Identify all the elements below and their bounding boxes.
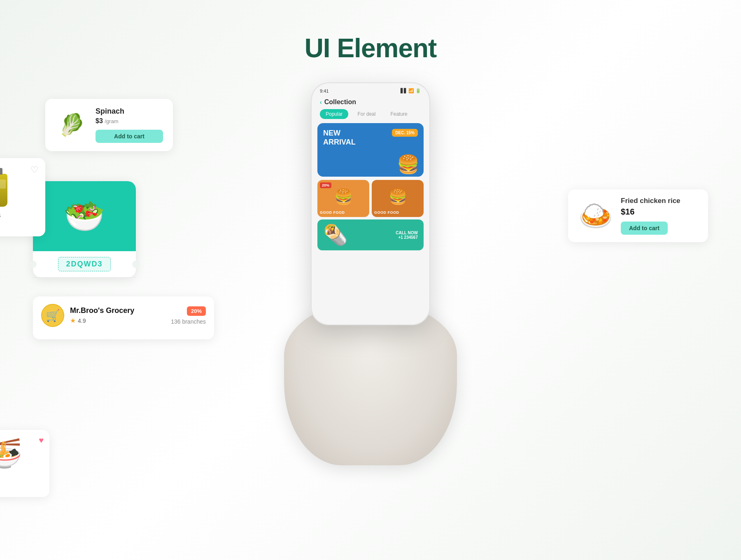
- store-logo: 🛒: [41, 304, 64, 327]
- fried-chicken-rice-card: 🍛 Fried chicken rice $16 Add to cart: [568, 189, 708, 242]
- hand-illustration: [284, 301, 457, 465]
- beef-noodle-card: ♥ 🍜 🥢 Beef noodle $5: [0, 430, 49, 497]
- noodle-favorite-button[interactable]: ♥: [39, 436, 44, 445]
- food-grid: 20% 🍔 GOOD FOOD 🍔 GOOD FOOD: [317, 180, 424, 217]
- phone-frame: 9:41 ▋▋ 📶 🔋 ‹ Collection Popular For dea…: [311, 82, 430, 325]
- beet-burgers-card: ♡ Beet burgers $3: [0, 158, 45, 236]
- spinach-add-to-cart-button[interactable]: Add to cart: [96, 130, 163, 143]
- banner-line1: NEW: [323, 129, 356, 138]
- phone-status-bar: 9:41 ▋▋ 📶 🔋: [315, 88, 426, 97]
- grid-discount-1: 20%: [320, 182, 331, 188]
- store-header: 🛒 Mr.Broo's Grocery ★ 4.9 20% 136 branch…: [41, 304, 206, 327]
- phone-signal-icons: ▋▋ 📶 🔋: [401, 88, 421, 93]
- page-title: UI Element: [0, 0, 741, 63]
- tab-feature[interactable]: Feature: [384, 109, 413, 119]
- promo-food-icon: 🌯: [323, 224, 348, 247]
- branches-count: 136 branches: [171, 318, 206, 325]
- banner-discount-tag: DEC. 15%: [392, 129, 418, 137]
- phone-tabs: Popular For deal Feature: [315, 109, 426, 123]
- beet-favorite-button[interactable]: ♡: [30, 165, 39, 175]
- phone-content: NEW ARRIVAL DEC. 15% 🍔 20% 🍔 GOOD FOOD 🍔…: [315, 123, 426, 250]
- new-arrival-banner: NEW ARRIVAL DEC. 15% 🍔: [317, 123, 424, 177]
- promo-text: CALL NOW +1 234567: [396, 231, 418, 240]
- phone-time: 9:41: [320, 89, 329, 93]
- grid-food-emoji-1: 🍔: [334, 188, 353, 205]
- store-rating: ★ 4.9: [70, 317, 165, 324]
- chicken-price: $16: [621, 207, 699, 217]
- noodle-image: 🍜: [0, 436, 42, 470]
- noodle-name: Beef noodle: [0, 474, 42, 481]
- banner-line2: ARRIVAL: [323, 138, 356, 147]
- coupon-section: 2DQWD3: [33, 251, 136, 278]
- store-name: Mr.Broo's Grocery: [70, 306, 165, 315]
- back-arrow-icon[interactable]: ‹: [320, 99, 322, 105]
- chicken-info: Fried chicken rice $16 Add to cart: [621, 197, 699, 235]
- spinach-product-card: 🥬 Spinach $3 /gram Add to cart: [45, 99, 173, 151]
- chicken-image: 🍛: [577, 199, 614, 232]
- chicken-add-to-cart-button[interactable]: Add to cart: [621, 222, 668, 235]
- spinach-info: Spinach $3 /gram Add to cart: [96, 107, 163, 143]
- grid-label-1: GOOD FOOD: [320, 210, 345, 215]
- chicken-name: Fried chicken rice: [621, 197, 699, 205]
- grid-label-2: GOOD FOOD: [374, 210, 399, 215]
- beet-name: Beet burgers: [0, 212, 37, 219]
- discount-badge: 20%: [187, 306, 206, 316]
- phone-screen-title: Collection: [324, 98, 356, 106]
- tab-popular[interactable]: Popular: [320, 109, 348, 119]
- food-grid-item-2[interactable]: 🍔 GOOD FOOD: [372, 180, 424, 217]
- phone-mockup-container: 9:41 ▋▋ 📶 🔋 ‹ Collection Popular For dea…: [272, 82, 469, 325]
- salad-image: 🥗: [33, 181, 136, 251]
- food-grid-item-1[interactable]: 20% 🍔 GOOD FOOD: [317, 180, 369, 217]
- rating-value: 4.9: [78, 317, 86, 324]
- banner-food-icon: 🍔: [397, 154, 419, 175]
- beet-price: $3: [0, 221, 37, 228]
- spinach-price: $3 /gram: [96, 117, 163, 125]
- tab-for-deal[interactable]: For deal: [352, 109, 381, 119]
- grocery-store-card: 🛒 Mr.Broo's Grocery ★ 4.9 20% 136 branch…: [33, 296, 214, 339]
- beet-image: [0, 166, 19, 208]
- coupon-code[interactable]: 2DQWD3: [58, 257, 110, 271]
- noodle-price: $5: [0, 483, 42, 490]
- promo-banner: 🌯 CALL NOW +1 234567: [317, 219, 424, 250]
- phone-header: ‹ Collection: [315, 97, 426, 109]
- salad-coupon-card: 🥗 2DQWD3: [33, 181, 136, 278]
- spinach-image: 🥬: [55, 109, 88, 142]
- spinach-name: Spinach: [96, 107, 163, 116]
- star-icon: ★: [70, 317, 76, 324]
- store-name-block: Mr.Broo's Grocery ★ 4.9: [70, 306, 165, 324]
- grid-food-emoji-2: 🍔: [389, 188, 407, 205]
